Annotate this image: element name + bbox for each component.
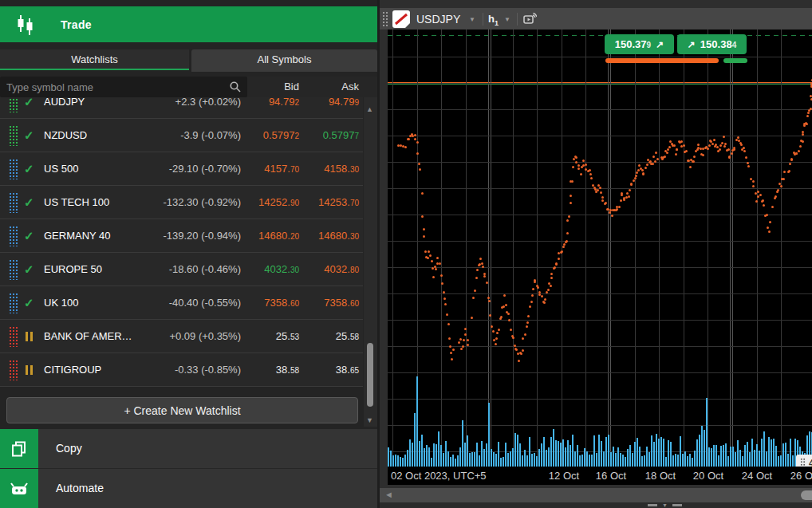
price-dot xyxy=(621,192,623,195)
volume-bar xyxy=(392,455,394,467)
volume-bar xyxy=(627,449,629,467)
toolbar-separator xyxy=(517,13,518,26)
automate-button[interactable]: Automate xyxy=(0,469,377,508)
watchlist-scrollbar[interactable]: ▲ ▼ xyxy=(364,97,377,427)
volume-bar xyxy=(646,447,648,467)
price-dot xyxy=(783,171,786,173)
chart-plot-area[interactable]: 150.379 ↗ ↗ 150.384 4 xyxy=(388,30,812,467)
watchlist-row[interactable]: CITIGROUP-0.33 (-0.85%)38.5838.65 xyxy=(0,353,363,387)
price-dot xyxy=(611,215,613,217)
drag-handle-icon[interactable] xyxy=(9,226,18,246)
search-icon[interactable] xyxy=(229,81,242,93)
chart-scrollbar-thumb[interactable] xyxy=(801,490,812,500)
price-dot xyxy=(458,341,460,344)
scroll-left-icon[interactable]: ◄ xyxy=(384,490,393,499)
drag-handle-icon[interactable] xyxy=(9,192,18,213)
price-dot xyxy=(463,339,465,341)
symbol-name: AUDJPY xyxy=(44,97,85,108)
price-dot xyxy=(752,185,755,187)
bid-price: 4032.30 xyxy=(264,263,299,275)
copy-button[interactable]: Copy xyxy=(0,429,377,469)
price-dot xyxy=(747,165,750,167)
watchlist-row[interactable]: ✓AUDJPY+2.3 (+0.02%)94.79294.799 xyxy=(0,97,363,119)
copy-label: Copy xyxy=(56,442,82,455)
quick-buy-button[interactable]: ↗ 150.384 xyxy=(677,34,747,54)
watchlist-row[interactable]: ✓GERMANY 40-139.20 (-0.94%)14680.2014680… xyxy=(0,219,363,253)
price-dot xyxy=(667,148,669,151)
volume-bar xyxy=(768,437,770,467)
create-watchlist-button[interactable]: + Create New Watchlist xyxy=(6,397,358,423)
chart-type-icon[interactable] xyxy=(392,10,410,28)
symbol-dropdown-icon[interactable]: ▼ xyxy=(469,16,475,23)
timeframe-dropdown-icon[interactable]: ▼ xyxy=(504,16,510,23)
volume-bar xyxy=(421,435,423,467)
volume-bar xyxy=(483,449,485,467)
bid-price: 14252.90 xyxy=(258,196,299,208)
gridline-h xyxy=(388,57,812,57)
price-dot xyxy=(404,146,407,148)
volume-bar xyxy=(459,447,461,467)
volume-bar xyxy=(546,450,547,467)
volume-bar xyxy=(625,457,626,467)
tab-all-symbols[interactable]: All Symbols xyxy=(191,49,377,72)
chart-h-scrollbar[interactable]: ◄ xyxy=(380,488,812,502)
price-dot xyxy=(580,173,582,175)
chart-panel: USDJPY ▼ h1 ▼ 150.379 ↗ ↗ 150.38 xyxy=(380,0,812,508)
drag-handle-icon[interactable] xyxy=(9,97,18,112)
search-input[interactable] xyxy=(0,77,247,97)
price-dot xyxy=(795,152,798,155)
price-dot xyxy=(472,297,475,299)
symbol-name: US 500 xyxy=(44,163,78,175)
watchlist-tabs: Watchlists All Symbols xyxy=(0,49,377,72)
volume-bar xyxy=(684,451,686,467)
detach-chart-icon[interactable] xyxy=(522,12,537,26)
volume-bar xyxy=(586,451,588,467)
watchlist-row[interactable]: ✓EUROPE 50-18.60 (-0.46%)4032.304032.80 xyxy=(0,253,363,286)
drag-handle-icon[interactable] xyxy=(9,326,18,347)
price-dot xyxy=(752,180,755,183)
volume-bar xyxy=(498,442,499,467)
volume-bar xyxy=(737,440,739,467)
timeframe-label[interactable]: h1 xyxy=(488,13,499,27)
volume-bar xyxy=(419,441,420,467)
chart-drag-handle-icon[interactable] xyxy=(382,11,388,26)
volume-bar xyxy=(727,456,729,467)
drag-handle-icon[interactable] xyxy=(9,259,18,280)
change-value: -3.9 (-0.07%) xyxy=(180,129,241,141)
price-dot xyxy=(443,297,446,300)
price-dot xyxy=(459,338,462,341)
tab-watchlists[interactable]: Watchlists xyxy=(0,49,189,70)
gridline-v xyxy=(441,30,442,467)
gridline-h xyxy=(388,399,812,400)
volume-bar xyxy=(598,435,600,467)
collapse-handle[interactable]: ▼ xyxy=(648,503,682,507)
volume-bar xyxy=(644,455,645,467)
volume-bar xyxy=(613,447,614,467)
watchlist-row[interactable]: ✓US TECH 100-132.30 (-0.92%)14252.901425… xyxy=(0,186,363,219)
buy-arrow-icon: ↗ xyxy=(688,39,696,50)
watchlist-row[interactable]: ✓UK 100-40.40 (-0.55%)7358.607358.60 xyxy=(0,286,363,320)
watchlist-scrollbar-thumb[interactable] xyxy=(367,343,373,407)
price-dot xyxy=(728,156,731,158)
symbol-name: US TECH 100 xyxy=(44,196,109,208)
drag-handle-icon[interactable] xyxy=(9,159,18,179)
drag-handle-icon[interactable] xyxy=(9,293,18,313)
price-dot xyxy=(641,169,644,171)
scroll-down-icon[interactable]: ▼ xyxy=(366,416,373,424)
volume-bar xyxy=(744,445,746,467)
drag-handle-icon[interactable] xyxy=(9,360,18,380)
watchlist-row[interactable]: ✓US 500-29.10 (-0.70%)4157.704158.30 xyxy=(0,152,363,186)
price-dot xyxy=(777,189,779,191)
volume-bar xyxy=(428,447,430,467)
volume-bar xyxy=(560,443,562,467)
price-dot xyxy=(474,289,476,292)
price-dot xyxy=(508,319,510,321)
quick-sell-button[interactable]: 150.379 ↗ xyxy=(605,34,674,54)
scroll-up-icon[interactable]: ▲ xyxy=(366,105,373,113)
watchlist-row[interactable]: BANK OF AMER…+0.09 (+0.35%)25.5325.58 xyxy=(0,320,363,353)
drag-handle-icon[interactable] xyxy=(9,125,18,146)
watchlist-row[interactable]: ✓NZDUSD-3.9 (-0.07%)0.579720.57977 xyxy=(0,119,363,152)
drag-price-badge[interactable]: 4 xyxy=(796,455,812,467)
price-dot xyxy=(493,339,495,341)
price-dot xyxy=(724,143,727,145)
